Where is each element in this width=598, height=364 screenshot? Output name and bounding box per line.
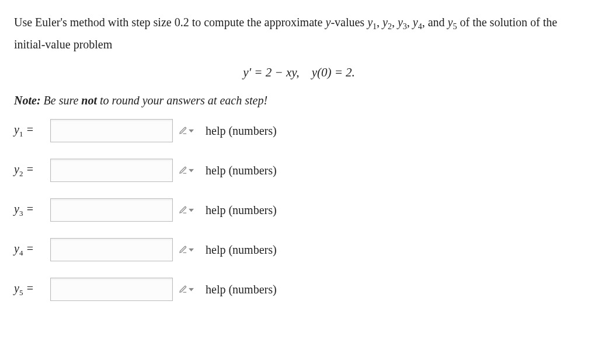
text: Use Euler's method with step size: [14, 16, 175, 29]
note-text: Be sure: [41, 94, 82, 107]
input-wrap: [50, 238, 200, 261]
step-size: 0.2: [175, 16, 189, 29]
answer-row-y4: y4 = help (numbers): [14, 238, 584, 261]
equation-rhs: y(0) = 2.: [312, 65, 355, 79]
answer-label: y2 =: [14, 163, 50, 178]
answer-rows: y1 = help (numbers) y2 = help (numbers) …: [14, 119, 584, 301]
text: -values: [331, 16, 367, 29]
y3-input[interactable]: [50, 198, 173, 222]
answer-row-y1: y1 = help (numbers): [14, 119, 584, 142]
y1-input[interactable]: [50, 119, 173, 142]
y1-var: y1: [367, 16, 377, 29]
note: Note: Be sure not to round your answers …: [14, 94, 584, 107]
note-text: to round your answers at each step!: [97, 94, 267, 107]
answer-row-y2: y2 = help (numbers): [14, 159, 584, 182]
input-wrap: [50, 198, 200, 222]
input-wrap: [50, 119, 200, 142]
problem-statement: Use Euler's method with step size 0.2 to…: [14, 12, 584, 55]
equation-lhs: y′ = 2 − xy,: [243, 65, 300, 79]
help-link[interactable]: help (numbers): [206, 204, 277, 217]
answer-label: y3 =: [14, 202, 50, 218]
y4-var: y4: [413, 16, 422, 29]
equation: y′ = 2 − xy, y(0) = 2.: [14, 65, 584, 80]
y3-var: y3: [398, 16, 407, 29]
edit-dropdown-icon: [179, 166, 194, 175]
text: , and: [422, 16, 448, 29]
input-wrap: [50, 278, 200, 301]
answer-row-y5: y5 = help (numbers): [14, 278, 584, 301]
edit-dropdown-icon: [179, 246, 194, 254]
answer-label: y5 =: [14, 282, 50, 298]
edit-dropdown-icon: [179, 285, 194, 294]
note-label: Note:: [14, 94, 41, 107]
note-bold: not: [81, 94, 97, 107]
help-link[interactable]: help (numbers): [206, 124, 277, 138]
y4-input[interactable]: [50, 238, 173, 261]
edit-dropdown-icon: [179, 127, 194, 135]
text: to compute the approximate: [189, 16, 326, 29]
answer-label: y4 =: [14, 242, 50, 258]
y5-var: y5: [448, 16, 457, 29]
edit-dropdown-icon: [179, 206, 194, 215]
help-link[interactable]: help (numbers): [206, 243, 277, 257]
help-link[interactable]: help (numbers): [206, 283, 277, 296]
help-link[interactable]: help (numbers): [206, 164, 277, 177]
y2-input[interactable]: [50, 159, 173, 182]
answer-label: y1 =: [14, 123, 50, 139]
answer-row-y3: y3 = help (numbers): [14, 198, 584, 222]
y2-var: y2: [383, 16, 392, 29]
input-wrap: [50, 159, 200, 182]
y5-input[interactable]: [50, 278, 173, 301]
